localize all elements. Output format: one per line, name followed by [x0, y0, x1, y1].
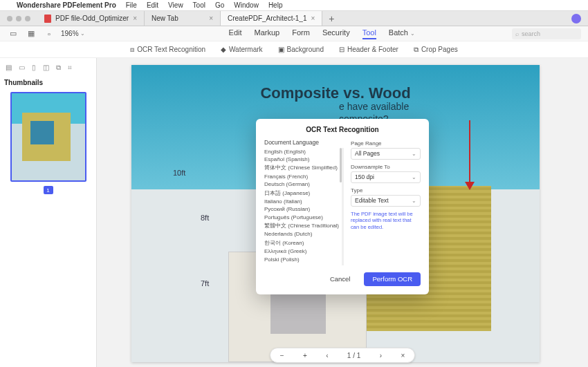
menu-markup[interactable]: Markup [255, 28, 280, 39]
close-window-icon[interactable] [7, 16, 12, 21]
chevron-down-icon: ⌄ [412, 174, 416, 180]
scrollbar[interactable] [340, 148, 342, 182]
menu-help[interactable]: Help [268, 1, 283, 9]
menu-view[interactable]: View [168, 1, 183, 9]
menu-edit[interactable]: Edit [147, 1, 158, 9]
menu-tool[interactable]: Tool [193, 1, 205, 9]
list-item[interactable]: Italiano (Italian) [264, 198, 339, 205]
links-tab-icon[interactable]: ⌗ [68, 64, 72, 72]
header-footer-icon: ⊟ [339, 46, 344, 53]
cancel-button[interactable]: Cancel [322, 272, 359, 286]
list-item[interactable]: Deutsch (German) [264, 180, 339, 188]
chevron-down-icon: ⌄ [80, 30, 85, 37]
list-item[interactable]: 日本語 (Japanese) [264, 188, 339, 197]
modal-overlay: OCR Text Recognition Document Language E… [97, 58, 588, 367]
search-icon: ⌕ [515, 30, 519, 37]
tab-document-3[interactable]: CreatePDF_Architect-1_1 × [221, 11, 322, 26]
pdf-file-icon [44, 15, 51, 23]
search-placeholder: search [522, 30, 540, 37]
mac-menubar: Wondershare PDFelement Pro File Edit Vie… [0, 0, 588, 11]
page-range-label: Page Range [351, 140, 421, 147]
thumbnail-graphic [30, 121, 54, 144]
list-item[interactable]: 한국어 (Korean) [264, 238, 339, 247]
close-tab-icon[interactable]: × [311, 15, 315, 22]
downsample-label: Downsample To [351, 164, 421, 170]
chevron-down-icon: ⌄ [412, 151, 416, 157]
language-label: Document Language [264, 139, 344, 146]
annotations-tab-icon[interactable]: ◫ [43, 64, 49, 72]
add-tab-button[interactable]: + [322, 11, 340, 26]
perform-ocr-button[interactable]: Perform OCR [364, 272, 421, 286]
document-viewport[interactable]: Composite vs. Wood e have available comp… [97, 58, 588, 367]
thumbnail-page-number: 1 [44, 186, 53, 194]
list-item[interactable]: English (English) [264, 148, 339, 156]
type-hint: The PDF image text will be replaced with… [351, 211, 421, 231]
page-thumbnail[interactable] [10, 92, 86, 182]
close-tab-icon[interactable]: × [133, 15, 137, 22]
page-range-select[interactable]: All Pages ⌄ [351, 148, 421, 160]
type-select[interactable]: Editable Text ⌄ [351, 195, 421, 207]
ocr-dialog: OCR Text Recognition Document Language E… [256, 119, 429, 294]
primary-toolbar: ▭ ▦ ▫ 196% ⌄ Edit Markup Form Security T… [0, 26, 588, 41]
tab-label: CreatePDF_Architect-1_1 [228, 15, 307, 22]
tab-new[interactable]: New Tab × [145, 11, 221, 26]
crop-icon: ⧉ [414, 46, 419, 54]
ocr-button[interactable]: ⧈OCR Text Recognition [130, 46, 205, 54]
minimize-window-icon[interactable] [16, 16, 21, 21]
tab-document-1[interactable]: PDF file-Odd_Optimizer × [37, 11, 145, 26]
chevron-down-icon: ⌄ [412, 198, 416, 204]
list-item[interactable]: Türkçe (Turkish) [264, 263, 339, 265]
zoom-value: 196% [61, 30, 79, 37]
attachments-tab-icon[interactable]: ⧉ [56, 64, 61, 72]
search-input[interactable]: ⌕ search [512, 28, 581, 39]
zoom-window-icon[interactable] [25, 16, 30, 21]
menu-security[interactable]: Security [322, 28, 350, 39]
list-item[interactable]: Ελληνικά (Greek) [264, 247, 339, 255]
user-avatar[interactable] [571, 14, 581, 23]
view-grid-icon[interactable]: ▦ [25, 28, 37, 40]
list-item[interactable]: Español (Spanish) [264, 156, 339, 163]
zoom-level[interactable]: 196% ⌄ [61, 30, 85, 37]
menu-edit[interactable]: Edit [229, 28, 242, 39]
ocr-icon: ⧈ [130, 46, 134, 54]
close-tab-icon[interactable]: × [209, 15, 213, 22]
list-item[interactable]: Polski (Polish) [264, 255, 339, 263]
thumbnails-tab-icon[interactable]: ▤ [6, 64, 12, 72]
crop-button[interactable]: ⧉Crop Pages [414, 46, 458, 54]
bookmark-tab-icon[interactable]: ▯ [32, 64, 36, 72]
menu-file[interactable]: File [126, 1, 137, 9]
tool-ribbon: ⧈OCR Text Recognition ◆Watermark ▣Backgr… [0, 41, 588, 58]
watermark-icon: ◆ [221, 46, 226, 53]
list-item[interactable]: Português (Portuguese) [264, 214, 339, 221]
menu-go[interactable]: Go [215, 1, 224, 9]
sidebar-toggle-icon[interactable]: ▭ [7, 28, 19, 40]
menu-batch[interactable]: Batch ⌄ [389, 28, 415, 39]
menu-tool[interactable]: Tool [362, 28, 376, 39]
downsample-select[interactable]: 150 dpi ⌄ [351, 171, 421, 183]
list-item[interactable]: Français (French) [264, 173, 339, 180]
menu-form[interactable]: Form [292, 28, 310, 39]
chevron-down-icon: ⌄ [410, 30, 415, 37]
tab-label: PDF file-Odd_Optimizer [55, 15, 129, 22]
app-name: Wondershare PDFelement Pro [17, 1, 116, 9]
save-icon[interactable]: ▫ [43, 28, 55, 40]
background-icon: ▣ [278, 46, 284, 53]
watermark-button[interactable]: ◆Watermark [221, 46, 263, 53]
dialog-title: OCR Text Recognition [264, 126, 421, 133]
language-list[interactable]: English (English) Español (Spanish) 简体中文… [264, 148, 344, 265]
document-tabbar: PDF file-Odd_Optimizer × New Tab × Creat… [0, 11, 588, 26]
tab-label: New Tab [151, 15, 178, 22]
sidebar-title: Thumbnails [4, 79, 92, 86]
list-item[interactable]: 繁體中文 (Chinese Traditional) [264, 221, 339, 230]
header-footer-button[interactable]: ⊟Header & Footer [339, 46, 398, 53]
background-button[interactable]: ▣Background [278, 46, 324, 53]
outline-tab-icon[interactable]: ▭ [19, 64, 25, 72]
list-item[interactable]: Nederlands (Dutch) [264, 230, 339, 238]
list-item[interactable]: Русский (Russian) [264, 205, 339, 213]
type-label: Type [351, 187, 421, 194]
window-controls [0, 11, 37, 26]
list-item[interactable]: 简体中文 (Chinese Simplified) [264, 163, 339, 172]
sidebar: ▤ ▭ ▯ ◫ ⧉ ⌗ Thumbnails 1 [0, 58, 97, 367]
menu-window[interactable]: Window [234, 1, 259, 9]
